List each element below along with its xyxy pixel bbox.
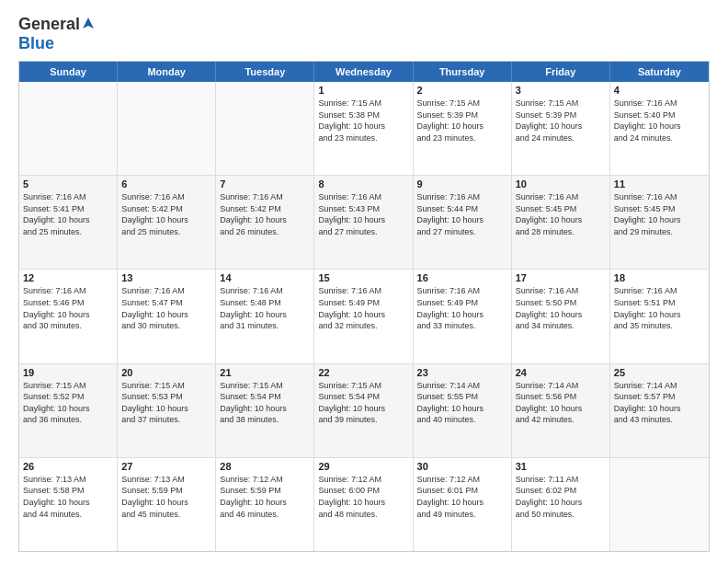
table-row: 21Sunrise: 7:15 AMSunset: 5:54 PMDayligh… <box>216 364 314 457</box>
day-number: 20 <box>121 367 211 378</box>
day-number: 27 <box>121 461 211 472</box>
day-number: 4 <box>614 85 705 96</box>
logo-general-text: General <box>18 15 80 34</box>
day-info: Sunrise: 7:15 AMSunset: 5:54 PMDaylight:… <box>318 380 408 426</box>
header-cell-sunday: Sunday <box>19 62 118 82</box>
day-number: 10 <box>516 178 606 190</box>
table-row: 18Sunrise: 7:16 AMSunset: 5:51 PMDayligh… <box>610 270 709 362</box>
day-info: Sunrise: 7:13 AMSunset: 5:59 PMDaylight:… <box>121 474 211 520</box>
day-info: Sunrise: 7:16 AMSunset: 5:48 PMDaylight:… <box>220 285 310 331</box>
table-row: 2Sunrise: 7:15 AMSunset: 5:39 PMDaylight… <box>414 82 512 175</box>
table-row: 3Sunrise: 7:15 AMSunset: 5:39 PMDaylight… <box>512 82 610 175</box>
day-info: Sunrise: 7:12 AMSunset: 6:00 PMDaylight:… <box>318 474 408 520</box>
calendar-week-3: 12Sunrise: 7:16 AMSunset: 5:46 PMDayligh… <box>19 269 709 362</box>
day-number: 22 <box>318 367 408 378</box>
day-number: 8 <box>318 178 408 190</box>
day-info: Sunrise: 7:16 AMSunset: 5:44 PMDaylight:… <box>417 191 507 237</box>
day-info: Sunrise: 7:16 AMSunset: 5:49 PMDaylight:… <box>318 285 408 331</box>
svg-marker-0 <box>83 17 94 29</box>
table-row: 30Sunrise: 7:12 AMSunset: 6:01 PMDayligh… <box>414 458 512 551</box>
table-row: 4Sunrise: 7:16 AMSunset: 5:40 PMDaylight… <box>610 82 709 175</box>
table-row: 31Sunrise: 7:11 AMSunset: 6:02 PMDayligh… <box>512 458 610 551</box>
day-number: 23 <box>417 367 507 378</box>
table-row <box>19 82 118 175</box>
calendar-week-1: 1Sunrise: 7:15 AMSunset: 5:38 PMDaylight… <box>19 82 709 175</box>
table-row: 9Sunrise: 7:16 AMSunset: 5:44 PMDaylight… <box>414 176 512 269</box>
day-number: 7 <box>220 178 310 190</box>
table-row: 26Sunrise: 7:13 AMSunset: 5:58 PMDayligh… <box>19 458 118 551</box>
day-number: 18 <box>614 272 705 283</box>
table-row <box>118 82 216 175</box>
table-row: 23Sunrise: 7:14 AMSunset: 5:55 PMDayligh… <box>414 364 512 457</box>
day-info: Sunrise: 7:16 AMSunset: 5:40 PMDaylight:… <box>614 98 705 144</box>
day-number: 21 <box>220 367 310 378</box>
day-number: 5 <box>23 178 113 190</box>
day-info: Sunrise: 7:15 AMSunset: 5:39 PMDaylight:… <box>417 98 507 144</box>
day-info: Sunrise: 7:14 AMSunset: 5:55 PMDaylight:… <box>417 380 507 426</box>
day-number: 1 <box>318 85 408 96</box>
table-row: 5Sunrise: 7:16 AMSunset: 5:41 PMDaylight… <box>19 176 118 269</box>
table-row: 1Sunrise: 7:15 AMSunset: 5:38 PMDaylight… <box>314 82 413 175</box>
header-cell-monday: Monday <box>118 62 216 82</box>
day-info: Sunrise: 7:14 AMSunset: 5:56 PMDaylight:… <box>516 380 606 426</box>
table-row: 19Sunrise: 7:15 AMSunset: 5:52 PMDayligh… <box>19 364 118 457</box>
table-row: 10Sunrise: 7:16 AMSunset: 5:45 PMDayligh… <box>512 176 610 269</box>
calendar-week-4: 19Sunrise: 7:15 AMSunset: 5:52 PMDayligh… <box>19 363 709 457</box>
table-row: 27Sunrise: 7:13 AMSunset: 5:59 PMDayligh… <box>118 458 216 551</box>
table-row: 28Sunrise: 7:12 AMSunset: 5:59 PMDayligh… <box>216 458 314 551</box>
day-number: 28 <box>220 461 310 472</box>
day-info: Sunrise: 7:12 AMSunset: 5:59 PMDaylight:… <box>220 474 310 520</box>
logo-arrow-icon <box>81 16 96 30</box>
header-cell-friday: Friday <box>512 62 610 82</box>
day-info: Sunrise: 7:15 AMSunset: 5:52 PMDaylight:… <box>23 380 113 426</box>
day-info: Sunrise: 7:15 AMSunset: 5:38 PMDaylight:… <box>318 98 408 144</box>
day-info: Sunrise: 7:16 AMSunset: 5:45 PMDaylight:… <box>516 191 606 237</box>
day-number: 9 <box>417 178 507 190</box>
calendar-week-5: 26Sunrise: 7:13 AMSunset: 5:58 PMDayligh… <box>19 457 709 551</box>
day-number: 31 <box>516 461 606 472</box>
day-info: Sunrise: 7:13 AMSunset: 5:58 PMDaylight:… <box>23 474 113 520</box>
table-row: 20Sunrise: 7:15 AMSunset: 5:53 PMDayligh… <box>118 364 216 457</box>
day-number: 3 <box>516 85 606 96</box>
day-number: 6 <box>121 178 211 190</box>
table-row: 25Sunrise: 7:14 AMSunset: 5:57 PMDayligh… <box>610 364 709 457</box>
header-cell-wednesday: Wednesday <box>314 62 413 82</box>
table-row: 7Sunrise: 7:16 AMSunset: 5:42 PMDaylight… <box>216 176 314 269</box>
header-cell-tuesday: Tuesday <box>216 62 314 82</box>
header-cell-saturday: Saturday <box>610 62 709 82</box>
table-row: 11Sunrise: 7:16 AMSunset: 5:45 PMDayligh… <box>610 176 709 269</box>
day-info: Sunrise: 7:16 AMSunset: 5:43 PMDaylight:… <box>318 191 408 237</box>
day-number: 16 <box>417 272 507 283</box>
day-info: Sunrise: 7:14 AMSunset: 5:57 PMDaylight:… <box>614 380 705 426</box>
table-row: 8Sunrise: 7:16 AMSunset: 5:43 PMDaylight… <box>314 176 413 269</box>
day-number: 14 <box>220 272 310 283</box>
day-number: 12 <box>23 272 113 283</box>
table-row: 29Sunrise: 7:12 AMSunset: 6:00 PMDayligh… <box>314 458 413 551</box>
table-row <box>216 82 314 175</box>
day-number: 26 <box>23 461 113 472</box>
table-row: 6Sunrise: 7:16 AMSunset: 5:42 PMDaylight… <box>118 176 216 269</box>
calendar-week-2: 5Sunrise: 7:16 AMSunset: 5:41 PMDaylight… <box>19 175 709 269</box>
table-row: 16Sunrise: 7:16 AMSunset: 5:49 PMDayligh… <box>414 270 512 362</box>
day-number: 11 <box>614 178 705 190</box>
table-row: 14Sunrise: 7:16 AMSunset: 5:48 PMDayligh… <box>216 270 314 362</box>
day-info: Sunrise: 7:16 AMSunset: 5:45 PMDaylight:… <box>614 191 705 237</box>
day-info: Sunrise: 7:16 AMSunset: 5:42 PMDaylight:… <box>220 191 310 237</box>
day-number: 17 <box>516 272 606 283</box>
day-number: 13 <box>121 272 211 283</box>
logo-blue-text: Blue <box>18 34 54 52</box>
day-number: 15 <box>318 272 408 283</box>
day-number: 19 <box>23 367 113 378</box>
day-info: Sunrise: 7:16 AMSunset: 5:41 PMDaylight:… <box>23 191 113 237</box>
day-number: 24 <box>516 367 606 378</box>
table-row: 13Sunrise: 7:16 AMSunset: 5:47 PMDayligh… <box>118 270 216 362</box>
day-number: 30 <box>417 461 507 472</box>
day-number: 2 <box>417 85 507 96</box>
page: General Blue SundayMondayTuesdayWednesda… <box>0 0 728 563</box>
day-info: Sunrise: 7:11 AMSunset: 6:02 PMDaylight:… <box>516 474 606 520</box>
header: General Blue <box>18 15 710 53</box>
header-cell-thursday: Thursday <box>414 62 512 82</box>
table-row: 22Sunrise: 7:15 AMSunset: 5:54 PMDayligh… <box>314 364 413 457</box>
table-row: 15Sunrise: 7:16 AMSunset: 5:49 PMDayligh… <box>314 270 413 362</box>
day-info: Sunrise: 7:16 AMSunset: 5:50 PMDaylight:… <box>516 285 606 331</box>
